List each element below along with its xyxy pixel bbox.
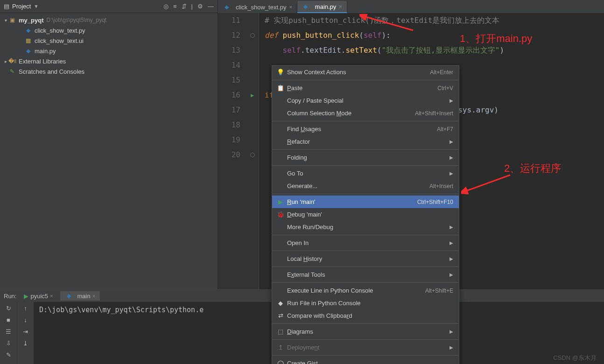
menu-label: Run File in Python Console [287, 300, 453, 307]
menu-label: Copy / Paste Special [287, 97, 449, 104]
menu-item[interactable]: Open In▶ [272, 237, 459, 249]
menu-item[interactable]: Copy / Paste Special▶ [272, 94, 459, 107]
menu-item[interactable]: 🐞Debug 'main' [272, 208, 459, 221]
menu-item[interactable]: External Tools▶ [272, 268, 459, 281]
tree-item[interactable]: ▦ click_show_text.ui [0, 35, 218, 46]
stop-icon[interactable]: ■ [7, 316, 10, 323]
up-icon[interactable]: ↑ [24, 305, 27, 312]
menu-item[interactable]: Find UsagesAlt+F7 [272, 123, 459, 135]
line-number[interactable]: 15 [218, 73, 240, 88]
run-title: Run: [4, 293, 16, 300]
chevron-down-icon[interactable]: ▾ [3, 18, 8, 23]
down-icon[interactable]: ↓ [24, 316, 27, 323]
menu-label: Debug 'main' [287, 211, 453, 218]
tab-main[interactable]: ◆ main.py × [297, 1, 347, 13]
menu-item[interactable]: ◯Create Gist... [272, 357, 459, 364]
submenu-arrow-icon: ▶ [449, 171, 453, 176]
submenu-arrow-icon: ▶ [449, 139, 453, 144]
paste-icon: 📋 [276, 84, 285, 91]
run-tab-label: main [77, 293, 90, 300]
tree-external-libs[interactable]: ▸ �⫴ External Libraries [0, 56, 218, 66]
line-number[interactable]: 18 [218, 118, 240, 133]
menu-separator [272, 149, 459, 150]
line-number[interactable]: 19 [218, 133, 240, 147]
close-icon[interactable]: × [50, 293, 53, 299]
menu-item[interactable]: Generate...Alt+Insert [272, 180, 459, 192]
menu-item[interactable]: Go To▶ [272, 167, 459, 180]
menu-item[interactable]: Folding▶ [272, 151, 459, 164]
debug-icon: 🐞 [276, 211, 285, 218]
menu-label: Find Usages [287, 126, 437, 133]
scroll-icon[interactable]: ⤓ [23, 340, 28, 347]
target-icon[interactable]: ◎ [163, 3, 169, 10]
minimize-icon[interactable]: — [208, 3, 214, 10]
sidebar-title[interactable]: Project [12, 3, 31, 10]
fold-icon[interactable] [250, 33, 255, 38]
menu-label: Diagrams [287, 328, 449, 335]
layout-icon[interactable]: ☰ [6, 328, 11, 335]
menu-label: Open In [287, 239, 449, 246]
run-tab-main[interactable]: ◆ main × [60, 291, 100, 301]
chevron-right-icon[interactable]: ▸ [3, 59, 8, 64]
close-icon[interactable]: × [92, 293, 95, 299]
line-number[interactable]: 20 [218, 147, 240, 162]
menu-shortcut: Alt+F7 [437, 126, 453, 133]
menu-shortcut: Ctrl+Shift+F10 [417, 199, 453, 205]
py-icon: ◆ [276, 300, 285, 307]
line-number[interactable]: 17 [218, 103, 240, 118]
close-icon[interactable]: × [289, 4, 292, 10]
line-number[interactable]: 11 [218, 13, 240, 28]
run-tab-pyuic5[interactable]: ▶ pyuic5 × [19, 292, 57, 301]
wrap-icon[interactable]: ⇥ [23, 328, 28, 335]
menu-item[interactable]: 💡Show Context ActionsAlt+Enter [272, 66, 459, 78]
gutter-markers: ▶ [246, 13, 259, 289]
menu-item[interactable]: 📋PasteCtrl+V [272, 82, 459, 94]
submenu-arrow-icon: ▶ [449, 224, 453, 230]
tree-item-label: click_show_text.py [35, 27, 85, 34]
menu-item[interactable]: ▶Run 'main'Ctrl+Shift+F10 [272, 196, 459, 208]
ui-file-icon: ▦ [24, 37, 32, 44]
run-icon: ▶ [276, 198, 285, 205]
menu-label: More Run/Debug [287, 224, 449, 231]
menu-item[interactable]: Refactor▶ [272, 135, 459, 148]
menu-item[interactable]: More Run/Debug▶ [272, 221, 459, 233]
menu-label: Go To [287, 170, 449, 177]
close-icon[interactable]: × [339, 4, 342, 9]
python-file-icon: ◆ [223, 3, 230, 11]
menu-item[interactable]: ◆Run File in Python Console [272, 297, 459, 309]
rerun-icon[interactable]: ↻ [6, 305, 11, 312]
tree-item-label: main.py [35, 48, 56, 55]
trash-icon[interactable]: ✎ [6, 351, 11, 358]
menu-item: ↥Deployment▶ [272, 341, 459, 354]
tree-item[interactable]: ◆ click_show_text.py [0, 25, 218, 35]
expand-icon[interactable]: ≡ [173, 3, 177, 10]
run-gutter-icon[interactable]: ▶ [251, 88, 254, 103]
tree-root[interactable]: ▾ ▣ my_pyqt D:\job\gs\pyqt5\my_pyqt [0, 15, 218, 25]
menu-item[interactable]: Execute Line in Python ConsoleAlt+Shift+… [272, 284, 459, 297]
submenu-arrow-icon: ▶ [449, 256, 453, 261]
sort-icon[interactable]: ⇵ [182, 3, 187, 10]
menu-separator [272, 355, 459, 356]
diff-icon: ⇄ [276, 312, 285, 319]
tree-item[interactable]: ◆ main.py [0, 46, 218, 56]
line-number[interactable]: 13 [218, 43, 240, 58]
filter-icon[interactable]: ⇩ [6, 340, 11, 347]
menu-label: Local History [287, 255, 449, 262]
scratch-icon: ✎ [8, 68, 16, 75]
menu-item[interactable]: ⬚Diagrams▶ [272, 325, 459, 338]
library-icon: �⫴ [8, 57, 16, 65]
code-text: def [265, 31, 278, 40]
line-number[interactable]: 14 [218, 58, 240, 73]
chevron-down-icon[interactable]: ▼ [34, 4, 38, 9]
gear-icon[interactable]: ⚙ [197, 3, 203, 10]
python-file-icon: ◆ [65, 292, 72, 300]
fold-icon[interactable] [250, 153, 255, 157]
line-number[interactable]: 12 [218, 28, 240, 43]
menu-item[interactable]: Local History▶ [272, 252, 459, 265]
menu-item[interactable]: ⇄Compare with Clipboard [272, 309, 459, 322]
menu-item[interactable]: Column Selection ModeAlt+Shift+Insert [272, 107, 459, 119]
tree-scratches[interactable]: ✎ Scratches and Consoles [0, 66, 218, 77]
editor-tabs: ◆ click_show_text.py × ◆ main.py × [218, 0, 604, 13]
line-number[interactable]: 16 [218, 88, 240, 103]
tab-click-show-text[interactable]: ◆ click_show_text.py × [218, 1, 297, 13]
